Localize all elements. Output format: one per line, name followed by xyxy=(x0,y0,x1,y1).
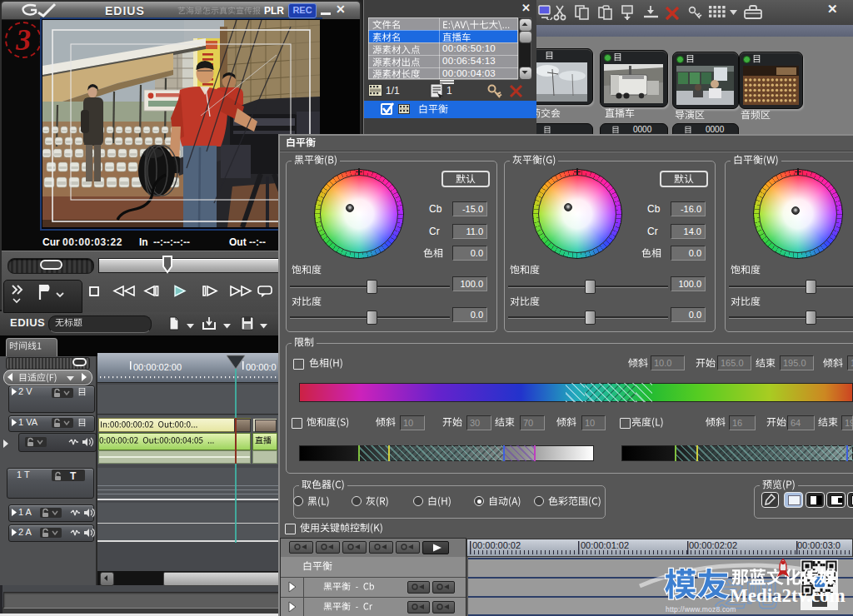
svg-text:T: T xyxy=(70,470,77,481)
